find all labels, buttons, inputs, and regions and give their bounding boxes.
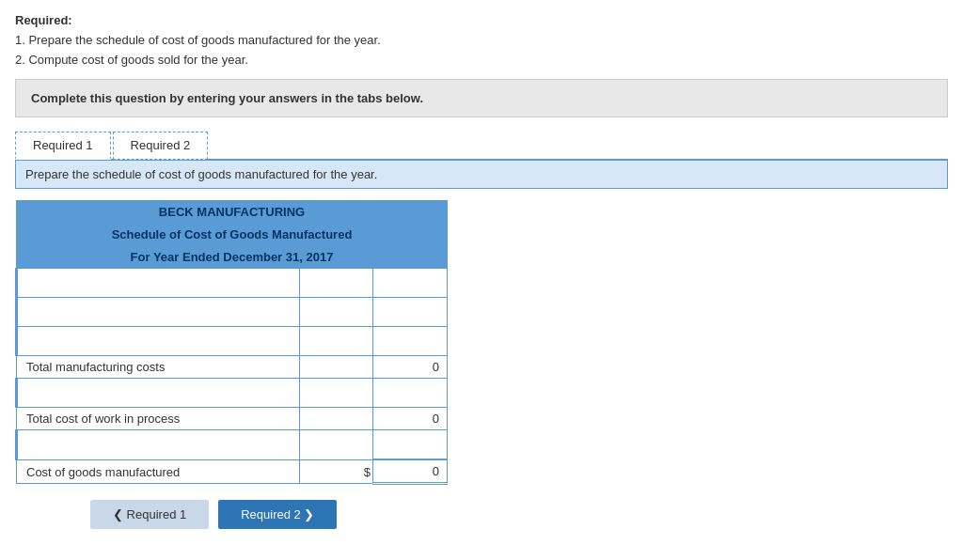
- row1-value-cell: [372, 269, 447, 298]
- row5-mid-input[interactable]: [306, 382, 367, 403]
- row1-label-cell: [17, 269, 300, 298]
- total-mfg-value: 0: [372, 356, 447, 379]
- cost-goods-row: Cost of goods manufactured $ 0: [17, 459, 448, 484]
- row7-mid-cell: [299, 430, 372, 460]
- required-title: Required:: [15, 11, 948, 31]
- row7-value-cell: [372, 430, 447, 460]
- required-header: Required: 1. Prepare the schedule of cos…: [15, 11, 948, 70]
- row2-value-input[interactable]: [379, 302, 441, 322]
- total-mfg-mid: [299, 356, 372, 379]
- row1-mid-cell: [299, 269, 372, 298]
- row7-mid-input[interactable]: [306, 435, 367, 456]
- row1-label-input[interactable]: [24, 272, 293, 293]
- row2-label-input[interactable]: [24, 302, 293, 322]
- tab-content-header: Prepare the schedule of cost of goods ma…: [15, 161, 948, 189]
- cost-goods-value: 0: [372, 459, 447, 484]
- row7-label-input[interactable]: [24, 435, 293, 456]
- total-work-row: Total cost of work in process 0: [17, 408, 448, 430]
- next-button[interactable]: Required 2 ❯: [218, 500, 337, 529]
- row3-value-cell: [372, 327, 447, 356]
- cost-goods-label: Cost of goods manufactured: [17, 459, 300, 484]
- cost-goods-dollar: $: [299, 459, 372, 484]
- instruction-2: 2. Compute cost of goods sold for the ye…: [15, 51, 948, 70]
- row3-label-input[interactable]: [24, 331, 293, 351]
- row1-value-input[interactable]: [379, 272, 441, 293]
- tabs-container: Required 1 Required 2: [15, 131, 948, 161]
- row2-label-cell: [17, 298, 300, 327]
- nav-buttons: ❮ Required 1 Required 2 ❯: [90, 500, 948, 529]
- schedule-title-row-3: For Year Ended December 31, 2017: [17, 246, 448, 269]
- row2-mid-cell: [299, 298, 372, 327]
- prev-button[interactable]: ❮ Required 1: [90, 500, 209, 529]
- schedule-title-2: Schedule of Cost of Goods Manufactured: [17, 224, 448, 246]
- total-work-label: Total cost of work in process: [17, 408, 300, 430]
- schedule-table: BECK MANUFACTURING Schedule of Cost of G…: [15, 200, 448, 485]
- instruction-box: Complete this question by entering your …: [15, 79, 948, 117]
- table-row: [17, 379, 448, 408]
- row2-value-cell: [372, 298, 447, 327]
- instruction-1: 1. Prepare the schedule of cost of goods…: [15, 31, 948, 51]
- row3-mid-input[interactable]: [306, 331, 367, 351]
- row5-value-cell: [372, 379, 447, 408]
- total-manufacturing-row: Total manufacturing costs 0: [17, 356, 448, 379]
- row3-label-cell: [17, 327, 300, 356]
- schedule-title-3: For Year Ended December 31, 2017: [17, 246, 448, 269]
- row5-value-input[interactable]: [379, 382, 441, 403]
- row3-mid-cell: [299, 327, 372, 356]
- schedule-title-row-2: Schedule of Cost of Goods Manufactured: [17, 224, 448, 246]
- table-row: [17, 269, 448, 298]
- table-row: [17, 327, 448, 356]
- total-work-mid: [299, 408, 372, 430]
- row2-mid-input[interactable]: [306, 302, 367, 322]
- row1-mid-input[interactable]: [306, 272, 367, 293]
- schedule-title-row-1: BECK MANUFACTURING: [17, 201, 448, 224]
- total-mfg-label: Total manufacturing costs: [17, 356, 300, 379]
- total-work-value: 0: [372, 408, 447, 430]
- tab-required-2[interactable]: Required 2: [113, 132, 209, 160]
- row5-label-input[interactable]: [24, 382, 293, 403]
- row7-label-cell: [17, 430, 300, 460]
- row3-value-input[interactable]: [379, 331, 441, 351]
- schedule-title-1: BECK MANUFACTURING: [17, 201, 448, 224]
- table-row: [17, 430, 448, 460]
- table-row: [17, 298, 448, 327]
- row5-label-cell: [17, 379, 300, 408]
- tab-required-1[interactable]: Required 1: [15, 132, 111, 160]
- row7-value-input[interactable]: [379, 434, 441, 455]
- row5-mid-cell: [299, 379, 372, 408]
